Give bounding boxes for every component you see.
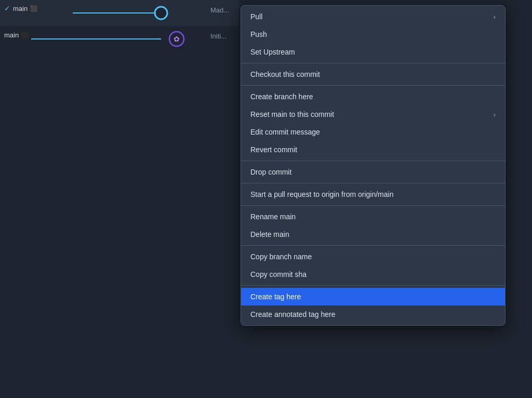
menu-item-label-reset-main: Reset main to this commit xyxy=(250,110,334,118)
menu-item-delete-main[interactable]: Delete main xyxy=(241,225,505,243)
branch-row-2: main xyxy=(4,31,29,39)
checkmark-icon: ✓ xyxy=(4,4,10,12)
dark-square-icon xyxy=(21,32,29,39)
branch-row-1: ✓ main ⬛ xyxy=(4,4,37,12)
menu-item-label-create-branch: Create branch here xyxy=(250,92,313,101)
menu-item-label-checkout: Checkout this commit xyxy=(250,70,320,78)
menu-item-label-push: Push xyxy=(250,30,267,38)
menu-item-create-tag[interactable]: Create tag here xyxy=(241,288,505,306)
menu-item-label-revert-commit: Revert commit xyxy=(250,145,297,154)
commit-text-2: Initi... xyxy=(210,32,227,40)
branch-label-main-1: main xyxy=(13,5,28,12)
menu-item-revert-commit[interactable]: Revert commit xyxy=(241,141,505,158)
menu-item-copy-branch[interactable]: Copy branch name xyxy=(241,248,505,266)
menu-item-drop-commit[interactable]: Drop commit xyxy=(241,163,505,181)
menu-separator-after-set-upstream xyxy=(241,63,505,63)
menu-separator-after-checkout xyxy=(241,85,505,86)
menu-item-label-pull-request: Start a pull request to origin from orig… xyxy=(250,190,393,198)
monitor-icon: ⬛ xyxy=(30,5,37,12)
menu-item-set-upstream[interactable]: Set Upstream xyxy=(241,43,505,61)
menu-item-label-set-upstream: Set Upstream xyxy=(250,48,295,56)
submenu-chevron-reset-main: › xyxy=(494,111,496,118)
menu-item-edit-commit[interactable]: Edit commit message xyxy=(241,123,505,141)
branch-label-main-2: main xyxy=(4,31,19,39)
menu-item-copy-sha[interactable]: Copy commit sha xyxy=(241,266,505,283)
menu-item-label-drop-commit: Drop commit xyxy=(250,168,291,176)
menu-item-pull-request[interactable]: Start a pull request to origin from orig… xyxy=(241,185,505,203)
menu-separator-after-copy-sha xyxy=(241,285,505,286)
svg-point-3 xyxy=(158,10,164,16)
menu-item-create-branch[interactable]: Create branch here xyxy=(241,88,505,105)
menu-item-rename-main[interactable]: Rename main xyxy=(241,208,505,225)
menu-item-label-copy-sha: Copy commit sha xyxy=(250,270,307,278)
commit-text-1: Mad... xyxy=(210,6,229,14)
menu-separator-after-pull-request xyxy=(241,205,505,206)
menu-item-checkout[interactable]: Checkout this commit xyxy=(241,65,505,83)
menu-item-create-annotated-tag[interactable]: Create annotated tag here xyxy=(241,306,505,323)
context-menu: Pull›PushSet UpstreamCheckout this commi… xyxy=(241,5,506,326)
menu-item-label-delete-main: Delete main xyxy=(250,230,289,238)
menu-item-label-create-annotated-tag: Create annotated tag here xyxy=(250,310,335,319)
menu-separator-after-revert-commit xyxy=(241,161,505,161)
menu-separator-after-drop-commit xyxy=(241,183,505,183)
menu-item-label-copy-branch: Copy branch name xyxy=(250,253,312,261)
menu-item-label-rename-main: Rename main xyxy=(250,213,296,221)
svg-text:✿: ✿ xyxy=(174,35,180,43)
submenu-chevron-pull: › xyxy=(494,13,496,21)
menu-separator-after-delete-main xyxy=(241,245,505,246)
menu-item-label-pull: Pull xyxy=(250,12,262,21)
menu-item-pull[interactable]: Pull› xyxy=(241,8,505,25)
menu-item-label-edit-commit: Edit commit message xyxy=(250,128,320,136)
menu-item-reset-main[interactable]: Reset main to this commit› xyxy=(241,105,505,123)
menu-item-push[interactable]: Push xyxy=(241,25,505,43)
menu-item-label-create-tag: Create tag here xyxy=(250,293,301,301)
